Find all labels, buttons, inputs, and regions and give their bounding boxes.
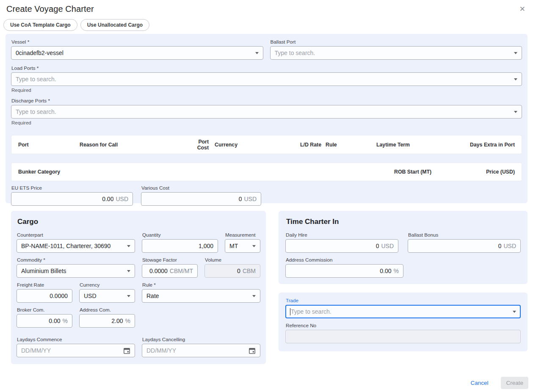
load-ports-select[interactable]: Type to search. xyxy=(11,72,522,86)
address-commission-unit: % xyxy=(394,268,399,274)
discharge-ports-required-hint: Required xyxy=(11,120,522,125)
template-chips: Use CoA Template Cargo Use Unallocated C… xyxy=(3,19,533,31)
various-cost-unit: USD xyxy=(244,196,257,202)
currency-value: USD xyxy=(84,293,97,299)
freight-rate-input[interactable]: 0.0000 xyxy=(17,289,72,303)
stowage-factor-value: 0.0000 xyxy=(149,268,168,274)
measurement-select[interactable]: MT xyxy=(225,239,260,253)
ballast-port-placeholder: Type to search. xyxy=(275,50,315,56)
address-commission-input[interactable]: 0.00 % xyxy=(285,264,403,278)
laydays-commence-input[interactable]: DD/MM/YY xyxy=(17,344,135,357)
discharge-ports-select[interactable]: Type to search. xyxy=(11,105,522,119)
currency-label: Currency xyxy=(80,282,135,287)
column-header-reason: Reason for Call xyxy=(80,142,185,148)
chevron-down-icon xyxy=(127,295,130,297)
eu-ets-price-input[interactable]: 0.00 USD xyxy=(11,192,133,206)
cargo-panel: Cargo Counterpart BP-NAME-1011, Chartere… xyxy=(11,211,266,364)
daily-hire-input[interactable]: 0 USD xyxy=(285,239,398,253)
laydays-cancelling-label: Laydays Cancelling xyxy=(142,337,260,342)
chevron-down-icon xyxy=(127,245,130,247)
column-header-bunker-category: Bunker Category xyxy=(18,169,394,175)
counterpart-label: Counterpart xyxy=(17,232,135,237)
chevron-down-icon xyxy=(514,78,517,80)
column-header-rule: Rule xyxy=(326,142,372,148)
column-header-days-extra: Days Extra in Port xyxy=(448,142,515,148)
bottom-columns: Cargo Counterpart BP-NAME-1011, Chartere… xyxy=(6,211,527,364)
use-coa-template-cargo-button[interactable]: Use CoA Template Cargo xyxy=(3,19,77,31)
column-header-currency: Currency xyxy=(215,142,270,148)
laydays-commence-placeholder: DD/MM/YY xyxy=(21,347,51,354)
use-unallocated-cargo-button[interactable]: Use Unallocated Cargo xyxy=(80,19,149,31)
broker-com-input[interactable]: 0.00 % xyxy=(17,314,72,328)
ballast-bonus-value: 0 xyxy=(498,243,502,249)
create-button[interactable]: Create xyxy=(501,377,528,389)
address-commission-label: Address Commission xyxy=(286,257,403,262)
voyage-details-panel: Vessel * 0cinadefb2-vessel Ballast Port … xyxy=(6,34,527,203)
vessel-select[interactable]: 0cinadefb2-vessel xyxy=(11,46,263,60)
stowage-factor-input[interactable]: 0.0000 CBM/MT xyxy=(142,264,198,278)
close-icon[interactable]: ✕ xyxy=(519,4,526,14)
create-voyage-charter-dialog: Create Voyage Charter ✕ Use CoA Template… xyxy=(0,0,533,392)
text-cursor xyxy=(290,308,290,315)
ballast-bonus-input[interactable]: 0 USD xyxy=(408,239,521,253)
calendar-icon[interactable] xyxy=(123,347,130,354)
measurement-label: Measurement xyxy=(225,232,260,237)
vessel-value: 0cinadefb2-vessel xyxy=(16,50,64,56)
load-ports-placeholder: Type to search. xyxy=(16,76,56,83)
daily-hire-value: 0 xyxy=(376,243,379,249)
chevron-down-icon xyxy=(252,245,256,247)
address-com-value: 2.00 xyxy=(111,317,123,324)
ballast-port-select[interactable]: Type to search. xyxy=(270,46,522,60)
counterpart-select[interactable]: BP-NAME-1011, Charterer, 30690 xyxy=(17,239,135,253)
column-header-port: Port xyxy=(18,142,80,148)
ballast-port-label: Ballast Port xyxy=(271,39,522,44)
vessel-label: Vessel * xyxy=(11,39,263,44)
column-header-laytime-term: Laytime Term xyxy=(376,142,448,148)
broker-com-value: 0.00 xyxy=(49,317,60,324)
quantity-input[interactable]: 1,000 xyxy=(142,239,218,253)
reference-no-label: Reference No xyxy=(286,323,521,328)
address-com-label: Address Com. xyxy=(80,307,135,312)
various-cost-label: Various Cost xyxy=(141,185,261,190)
dialog-footer: Cancel Create xyxy=(5,377,528,389)
chevron-down-icon xyxy=(514,111,517,113)
broker-com-unit: % xyxy=(63,317,68,324)
volume-value: 0 xyxy=(237,268,240,274)
column-header-ld-rate: L/D Rate xyxy=(270,142,321,148)
page-title: Create Voyage Charter xyxy=(6,4,94,14)
chevron-down-icon xyxy=(255,52,259,54)
currency-select[interactable]: USD xyxy=(79,289,135,303)
time-charter-in-panel: Time Charter In Daily Hire 0 USD Ballast… xyxy=(279,211,527,284)
address-commission-value: 0.00 xyxy=(380,268,391,274)
daily-hire-unit: USD xyxy=(381,243,394,249)
dialog-header: Create Voyage Charter ✕ xyxy=(0,0,533,14)
laydays-cancelling-placeholder: DD/MM/YY xyxy=(146,347,176,354)
trade-select[interactable]: Type to search. xyxy=(285,305,521,318)
address-com-input[interactable]: 2.00 % xyxy=(79,314,135,328)
volume-unit: CBM xyxy=(243,268,256,274)
various-cost-input[interactable]: 0 USD xyxy=(141,192,261,206)
eu-ets-price-label: EU ETS Price xyxy=(11,185,133,190)
eu-ets-price-unit: USD xyxy=(116,196,128,202)
discharge-ports-label: Discharge Ports * xyxy=(11,98,522,103)
chevron-down-icon xyxy=(514,52,517,54)
calendar-icon[interactable] xyxy=(249,347,256,354)
ballast-bonus-unit: USD xyxy=(503,243,516,249)
chevron-down-icon xyxy=(127,270,130,272)
load-ports-required-hint: Required xyxy=(11,88,522,93)
ports-table-header: Port Reason for Call Port Cost Currency … xyxy=(11,135,522,154)
various-cost-value: 0 xyxy=(239,196,242,202)
laydays-cancelling-input[interactable]: DD/MM/YY xyxy=(142,344,260,357)
freight-rate-value: 0.0000 xyxy=(50,293,68,299)
cancel-button[interactable]: Cancel xyxy=(469,378,489,388)
commodity-select[interactable]: Aluminium Billets xyxy=(17,264,135,278)
bunker-table-header: Bunker Category ROB Start (MT) Price (US… xyxy=(11,163,522,181)
chevron-down-icon xyxy=(252,295,256,297)
reference-no-input[interactable] xyxy=(285,330,521,343)
rule-select[interactable]: Rate xyxy=(142,289,260,303)
cargo-section-title: Cargo xyxy=(17,218,260,226)
stowage-factor-unit: CBM/MT xyxy=(170,268,193,274)
address-com-unit: % xyxy=(125,317,130,324)
trade-label: Trade xyxy=(286,298,521,303)
trade-placeholder: Type to search. xyxy=(291,308,331,315)
